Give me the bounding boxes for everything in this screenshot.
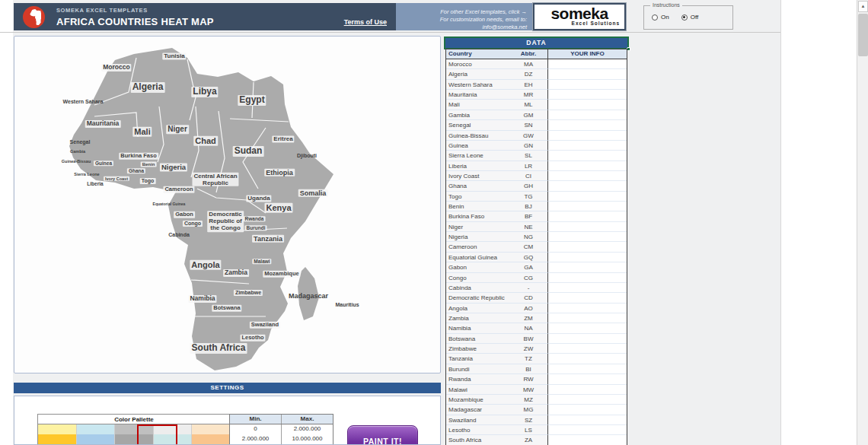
abbr-cell: SN: [509, 120, 547, 130]
your-info-cell[interactable]: [547, 141, 627, 151]
table-row: BurundiBI: [446, 364, 627, 374]
country-cell: Burkina Faso: [446, 211, 509, 221]
your-info-cell[interactable]: [547, 171, 627, 181]
instructions-label: Instructions: [650, 2, 682, 8]
your-info-cell[interactable]: [547, 354, 627, 364]
settings-panel: Color Pallette Min.Max.02.000.0002.000.0…: [14, 396, 441, 445]
your-info-cell[interactable]: [547, 385, 627, 395]
your-info-cell[interactable]: [547, 131, 627, 141]
palette-swatch[interactable]: [115, 434, 154, 444]
your-info-cell[interactable]: [547, 90, 627, 100]
country-cell: Gambia: [446, 110, 509, 120]
terms-of-use-link[interactable]: Terms of Use: [344, 18, 387, 26]
your-info-cell[interactable]: [547, 151, 627, 161]
your-info-cell[interactable]: [547, 405, 627, 415]
color-palette-table: Color Pallette: [37, 414, 231, 445]
someka-logo-box[interactable]: someka Excel Solutions: [533, 3, 626, 30]
palette-swatch[interactable]: [154, 424, 193, 434]
table-row: CongoCG: [446, 273, 627, 283]
map-country-label: Guinea-Bissau: [62, 159, 91, 164]
palette-swatch[interactable]: [38, 424, 77, 434]
palette-swatch[interactable]: [154, 434, 193, 444]
your-info-cell[interactable]: [547, 192, 627, 202]
your-info-cell[interactable]: [547, 283, 627, 293]
your-info-cell[interactable]: [547, 161, 627, 171]
minmax-header-cell: Min.: [230, 415, 282, 424]
table-row: NigeriaNG: [446, 232, 627, 242]
country-cell: Democratic Republic: [446, 293, 509, 303]
table-row: TogoTG: [446, 192, 627, 202]
your-info-cell[interactable]: [547, 323, 627, 333]
table-row: Democratic RepublicCD: [446, 293, 627, 303]
your-info-cell[interactable]: [547, 202, 627, 211]
map-country-label: Kenya: [264, 203, 292, 213]
your-info-cell[interactable]: [547, 69, 627, 79]
country-cell: Lesotho: [446, 425, 509, 435]
your-info-cell[interactable]: [547, 181, 627, 191]
minmax-value-cell[interactable]: 2.000.000: [282, 424, 333, 434]
your-info-cell[interactable]: [547, 80, 627, 90]
scroll-up-button[interactable]: ▲: [858, 1, 868, 12]
minmax-table: Min.Max.02.000.0002.000.00010.000.000: [229, 414, 333, 445]
page-title: AFRICA COUNTRIES HEAT MAP: [56, 16, 214, 27]
map-country-label: Central African Republic: [192, 173, 238, 186]
palette-swatch[interactable]: [192, 434, 230, 444]
palette-swatch[interactable]: [115, 424, 154, 434]
your-info-cell[interactable]: [547, 253, 627, 262]
country-cell: Swaziland: [446, 415, 509, 425]
paint-it-button[interactable]: PAINT IT!: [347, 425, 418, 445]
vertical-scrollbar[interactable]: ▲: [857, 0, 868, 445]
abbr-cell: EH: [509, 80, 547, 90]
palette-swatch[interactable]: [38, 434, 77, 444]
your-info-cell[interactable]: [547, 435, 627, 445]
abbr-cell: MA: [509, 59, 547, 69]
your-info-cell[interactable]: [547, 304, 627, 313]
country-cell: Guinea: [446, 141, 509, 151]
your-info-cell[interactable]: [547, 262, 627, 272]
your-info-cell[interactable]: [547, 120, 627, 130]
your-info-cell[interactable]: [547, 222, 627, 232]
africa-map: [14, 37, 440, 373]
your-info-cell[interactable]: [547, 395, 627, 405]
table-row: AlgeriaDZ: [446, 69, 627, 79]
abbr-cell: GH: [509, 181, 547, 191]
instructions-radio-on[interactable]: On: [652, 14, 669, 21]
brand-small-text: SOMEKA EXCEL TEMPLATES: [56, 7, 214, 14]
palette-swatch[interactable]: [77, 424, 116, 434]
map-country-label: Morocco: [101, 64, 131, 72]
your-info-cell[interactable]: [547, 59, 627, 69]
your-info-cell[interactable]: [547, 364, 627, 374]
your-info-cell[interactable]: [547, 232, 627, 242]
country-cell: Morocco: [446, 59, 509, 69]
minmax-value-cell[interactable]: 10.000.000: [282, 434, 333, 444]
your-info-cell[interactable]: [547, 313, 627, 323]
table-row: Guinea-BissauGW: [446, 131, 627, 141]
your-info-cell[interactable]: [547, 110, 627, 120]
country-cell: Guinea-Bissau: [446, 131, 509, 141]
your-info-cell[interactable]: [547, 374, 627, 384]
table-row: LiberiaLR: [446, 161, 627, 171]
map-country-label: Djibouti: [297, 153, 317, 159]
table-row: CameroonCM: [446, 242, 627, 252]
data-table: Country Abbr. YOUR INFO MoroccoMAAlgeria…: [445, 49, 627, 445]
palette-swatch[interactable]: [192, 424, 230, 434]
minmax-value-cell[interactable]: 0: [230, 424, 282, 434]
africa-map-panel: TunisiaMoroccoAlgeriaLibyaEgyptWestern S…: [14, 36, 441, 373]
your-info-cell[interactable]: [547, 293, 627, 303]
map-country-label: Uganda: [246, 195, 271, 202]
your-info-cell[interactable]: [547, 344, 627, 354]
your-info-cell[interactable]: [547, 334, 627, 344]
map-country-label: Togo: [140, 178, 156, 184]
map-country-label: Zimbabwe: [234, 290, 263, 296]
your-info-cell[interactable]: [547, 211, 627, 221]
your-info-cell[interactable]: [547, 415, 627, 425]
scrollbar-thumb[interactable]: [858, 14, 868, 56]
your-info-cell[interactable]: [547, 273, 627, 283]
your-info-cell[interactable]: [547, 425, 627, 435]
palette-swatch[interactable]: [77, 434, 116, 444]
your-info-cell[interactable]: [547, 242, 627, 252]
minmax-value-cell[interactable]: 2.000.000: [230, 434, 282, 444]
instructions-radio-off[interactable]: Off: [681, 14, 699, 21]
someka-africa-logo: [23, 6, 45, 28]
your-info-cell[interactable]: [547, 100, 627, 110]
